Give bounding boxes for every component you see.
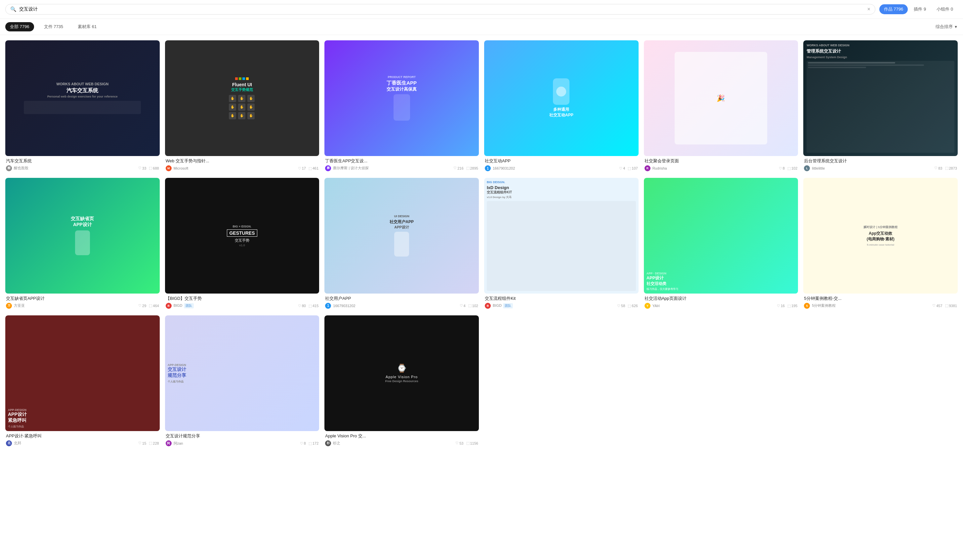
- author-avatar: 廓: [325, 165, 331, 171]
- card-thumbnail: APP · DESIGN APP设计 社交活动类 练习作品，仅大家参考学习: [644, 178, 798, 293]
- card-author: 阿zan: [173, 441, 298, 446]
- likes-count: 83: [938, 166, 942, 170]
- card-meta: M Microsoft ♡ 17 ⬚ 461: [166, 165, 319, 171]
- card-item[interactable]: BIG DEISGN. IxD Design 交互流程组件KIT v1.0 De…: [484, 178, 639, 310]
- card-item[interactable]: UI DESIGN 社交用户APP APP设计 社交用户APP 1 166790…: [324, 178, 479, 310]
- card-author: 杉之: [333, 441, 453, 446]
- filter-all[interactable]: 全部 7796: [5, 22, 34, 31]
- card-title: Apple Vision Pro 交...: [325, 433, 478, 439]
- views-count: 9381: [949, 304, 957, 308]
- views-stat: ⬚ 626: [627, 304, 637, 308]
- chevron-down-icon: ▼: [954, 25, 958, 29]
- author-avatar: 阿: [166, 440, 172, 446]
- likes-count: 33: [142, 166, 146, 170]
- card-item[interactable]: APP · DESIGN APP设计 社交活动类 练习作品，仅大家参考学习 社交…: [644, 178, 798, 310]
- views-stat: ⬚ 2873: [945, 166, 957, 170]
- tab-works[interactable]: 作品 7796: [879, 4, 908, 14]
- copy-icon: ⬚: [149, 441, 152, 445]
- author-avatar: 5: [804, 303, 810, 309]
- card-stats: ♡ 58 ⬚ 626: [617, 304, 638, 308]
- likes-count: 4: [623, 166, 625, 170]
- views-stat: ⬚ 464: [149, 303, 159, 308]
- card-thumbnail: WORKS ABOUT WEB DESIGN 管理系统交互设计 Manageme…: [803, 40, 958, 156]
- tab-widgets[interactable]: 小组件 0: [932, 4, 958, 14]
- sort-button[interactable]: 综合排序 ▼: [935, 24, 958, 30]
- card-item[interactable]: 腻时设计 | 5分钟案例教程 App交互动效(电商购物-素材) 5-minute…: [803, 178, 958, 310]
- search-input-wrap: 🔍 ×: [5, 4, 875, 15]
- author-avatar: B: [485, 303, 491, 309]
- tab-plugins[interactable]: 插件 9: [909, 4, 931, 14]
- author-avatar: Y: [645, 303, 650, 309]
- card-author: 5分钟案例教程: [812, 303, 930, 308]
- card-meta: 5 5分钟案例教程 ♡ 457 ⬚ 9381: [804, 303, 957, 309]
- card-title: 汽车交互系统: [6, 158, 159, 164]
- card-item[interactable]: 多种通用社交互动APP 社交互动APP 1 16679031202 ♡ 4 ⬚ …: [484, 40, 639, 173]
- copy-icon: ⬚: [466, 166, 470, 170]
- likes-count: 53: [459, 441, 463, 445]
- copy-icon: ⬚: [308, 441, 312, 446]
- likes-stat: ♡ 4: [619, 166, 625, 171]
- card-meta: Y YAH ♡ 16 ⬚ 195: [645, 303, 798, 309]
- card-thumbnail: 腻时设计 | 5分钟案例教程 App交互动效(电商购物-素材) 5-minute…: [803, 178, 958, 293]
- likes-count: 8: [304, 441, 306, 445]
- card-item[interactable]: Fluent UI 交互手势规范 ✋✋✋✋✋✋✋✋✋ Web 交互手势与指针..…: [165, 40, 319, 173]
- card-item[interactable]: PRODUCT REPORT 丁香医生APP 交互设计高保真 丁香医生APP交互…: [324, 40, 479, 173]
- heart-icon: ♡: [298, 304, 301, 308]
- likes-count: 457: [936, 304, 942, 308]
- search-bar: 🔍 × 作品 7796 插件 9 小组件 0: [0, 0, 963, 19]
- card-title: 社交互动APP: [485, 158, 638, 164]
- likes-stat: ♡ 17: [298, 166, 306, 171]
- card-item[interactable]: ⌚ Apple Vision Pro Free Design Resources…: [324, 316, 479, 448]
- card-thumbnail: BIG DEISGN. IxD Design 交互流程组件KIT v1.0 De…: [484, 178, 639, 293]
- copy-icon: ⬚: [466, 441, 470, 445]
- author-avatar: M: [166, 165, 172, 171]
- likes-stat: ♡ 8: [300, 441, 306, 446]
- card-item[interactable]: 🎉 社交聚会登录页面 R Rudrisha ♡ 8 ⬚ 102: [644, 40, 798, 173]
- card-item[interactable]: 交互缺省页 APP设计 交互缺省页APP设计 方 方亚亚 ♡ 29 ⬚ 464: [5, 178, 160, 310]
- card-item[interactable]: BIG × EISGN. GESTURES 交互手势 v1.0 【BIGD】交互…: [165, 178, 319, 310]
- card-info: 交互设计规范分享 阿 阿zan ♡ 8 ⬚ 172: [165, 431, 319, 448]
- card-stats: ♡ 16 ⬚ 195: [777, 304, 798, 308]
- card-info: 后台管理系统交互设计 L littlelittle ♡ 83 ⬚ 2873: [803, 156, 958, 173]
- card-info: 5分钟案例教程-交... 5 5分钟案例教程 ♡ 457 ⬚ 9381: [803, 293, 958, 310]
- filter-files[interactable]: 文件 7735: [39, 22, 68, 31]
- card-thumbnail: APP-DESIGN APP设计 紧急呼叫 个人练习作品: [5, 316, 160, 431]
- copy-icon: ⬚: [468, 303, 472, 308]
- card-item[interactable]: APP-DESIGN APP设计 紧急呼叫 个人练习作品 APP设计-紧急呼叫 …: [5, 316, 160, 448]
- card-author: 北邦: [14, 441, 136, 446]
- likes-stat: ♡ 53: [456, 441, 463, 445]
- card-info: Web 交互手势与指针... M Microsoft ♡ 17 ⬚ 461: [165, 156, 319, 173]
- likes-count: 216: [457, 166, 463, 170]
- card-info: 社交聚会登录页面 R Rudrisha ♡ 8 ⬚ 102: [644, 156, 798, 173]
- card-item[interactable]: WORKS ABOUT WEB DESIGN 管理系统交互设计 Manageme…: [803, 40, 958, 173]
- likes-count: 16: [781, 304, 785, 308]
- views-count: 172: [313, 441, 318, 445]
- filter-bar: 全部 7796 文件 7735 素材库 61 综合排序 ▼: [0, 19, 963, 35]
- heart-icon: ♡: [453, 166, 457, 170]
- views-count: 2895: [470, 166, 478, 170]
- copy-icon: ⬚: [945, 166, 948, 170]
- sort-label: 综合排序: [935, 24, 953, 30]
- views-stat: ⬚ 107: [627, 166, 637, 171]
- card-thumbnail: 🎉: [644, 40, 798, 156]
- likes-stat: ♡ 15: [138, 441, 146, 445]
- card-title: Web 交互手势与指针...: [166, 158, 319, 164]
- card-author: YAH: [652, 304, 775, 308]
- author-avatar: 北: [6, 440, 12, 446]
- heart-icon: ♡: [617, 304, 620, 308]
- likes-count: 29: [142, 304, 146, 308]
- card-stats: ♡ 4 ⬚ 107: [619, 166, 637, 171]
- card-meta: 1 16679031202 ♡ 4 ⬚ 102: [325, 303, 478, 309]
- card-stats: ♡ 15 ⬚ 228: [138, 441, 159, 445]
- clear-search-button[interactable]: ×: [867, 6, 870, 12]
- copy-icon: ⬚: [149, 303, 152, 308]
- filter-libraries[interactable]: 素材库 61: [73, 22, 101, 31]
- card-thumbnail: UI DESIGN 社交用户APP APP设计: [324, 178, 479, 293]
- copy-icon: ⬚: [787, 304, 791, 308]
- card-item[interactable]: APP-DESIGN 交互设计 规范分享 个人练习作品 交互设计规范分享 阿 阿…: [165, 316, 319, 448]
- search-input[interactable]: [19, 6, 864, 12]
- card-grid: WORKS ABOUT WEB DESIGN 汽车交互系统 Personal w…: [0, 35, 963, 453]
- card-item[interactable]: WORKS ABOUT WEB DESIGN 汽车交互系统 Personal w…: [5, 40, 160, 173]
- heart-icon: ♡: [138, 303, 141, 308]
- copy-icon: ⬚: [945, 303, 948, 308]
